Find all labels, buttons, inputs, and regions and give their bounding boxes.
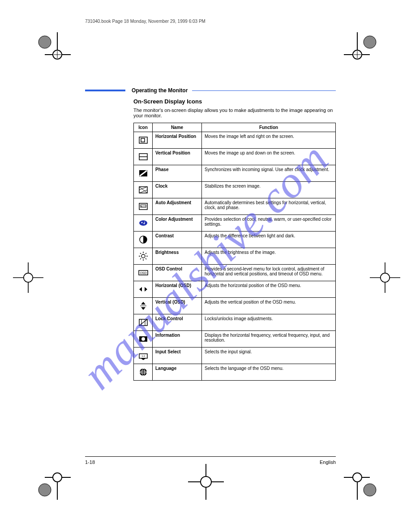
cell-name: Color Adjustment xyxy=(153,215,202,232)
header-accent xyxy=(85,90,125,91)
regmark-icon xyxy=(35,32,71,68)
color-icon xyxy=(138,218,149,228)
book-stamp: 731040.book Page 18 Monday, November 29,… xyxy=(85,19,206,24)
osd-icon-table: Icon Name Function Horizontal PositionMo… xyxy=(133,123,336,381)
cell-name: Vertical (OSD) xyxy=(153,298,202,314)
svg-point-21 xyxy=(53,473,62,482)
cell-icon xyxy=(134,265,153,281)
th-func: Function xyxy=(202,123,336,132)
cell-name: Brightness xyxy=(153,248,202,265)
page-content: Operating the Monitor On-Screen Display … xyxy=(85,87,336,381)
cell-desc: Adjusts the difference between light and… xyxy=(202,232,336,248)
cell-desc: Adjusts the vertical position of the OSD… xyxy=(202,298,336,314)
hosd-icon xyxy=(138,284,149,295)
cell-icon xyxy=(134,281,153,298)
cell-name: Contrast xyxy=(153,232,202,248)
header-rule xyxy=(192,90,336,91)
cell-icon xyxy=(134,132,153,149)
cell-desc: Selects the language of the OSD menu. xyxy=(202,364,336,381)
clock-icon xyxy=(138,184,149,195)
cell-icon xyxy=(134,215,153,232)
svg-point-6 xyxy=(364,36,376,48)
info-icon xyxy=(138,334,149,344)
bright-icon xyxy=(138,251,149,262)
table-header-row: Icon Name Function xyxy=(134,123,336,132)
cell-name: Vertical Position xyxy=(153,149,202,165)
section-title: On-Screen Display Icons xyxy=(133,98,336,105)
cell-icon xyxy=(134,348,153,364)
lock-icon xyxy=(138,317,149,328)
svg-point-28 xyxy=(353,473,362,482)
cell-icon xyxy=(134,165,153,182)
cell-desc: Provides a second-level menu for lock co… xyxy=(202,265,336,281)
cell-icon xyxy=(134,364,153,381)
table-row: InformationDisplays the horizontal frequ… xyxy=(134,331,336,348)
cell-icon xyxy=(134,149,153,165)
table-row: Color AdjustmentProvides selection of co… xyxy=(134,215,336,232)
cell-desc: Selects the input signal. xyxy=(202,348,336,364)
cell-icon xyxy=(134,298,153,314)
cell-icon xyxy=(134,198,153,215)
cell-name: Auto Adjustment xyxy=(153,198,202,215)
cell-name: OSD Control xyxy=(153,265,202,281)
table-row: Auto AdjustmentAutomatically determines … xyxy=(134,198,336,215)
osd-icon xyxy=(138,267,149,278)
section-intro: The monitor's on-screen display allows y… xyxy=(133,107,336,118)
cell-name: Input Select xyxy=(153,348,202,364)
table-row: Horizontal (OSD)Adjusts the horizontal p… xyxy=(134,281,336,298)
table-row: ClockStabilizes the screen image. xyxy=(134,182,336,198)
table-row: Input SelectSelects the input signal. xyxy=(134,348,336,364)
cell-desc: Moves the image up and down on the scree… xyxy=(202,149,336,165)
cell-desc: Provides selection of cool, neutral, war… xyxy=(202,215,336,232)
cell-name: Language xyxy=(153,364,202,381)
cell-desc: Automatically determines best settings f… xyxy=(202,198,336,215)
cell-name: Lock Control xyxy=(153,314,202,331)
cell-icon xyxy=(134,248,153,265)
page-number: 1-18 xyxy=(85,459,95,465)
cell-name: Horizontal Position xyxy=(153,132,202,149)
table-row: PhaseSynchronizes with incoming signal. … xyxy=(134,165,336,182)
table-row: ContrastAdjusts the difference between l… xyxy=(134,232,336,248)
contrast-icon xyxy=(138,234,149,245)
regmark-icon xyxy=(188,464,224,500)
svg-point-24 xyxy=(201,476,211,487)
table-row: Horizontal PositionMoves the image left … xyxy=(134,132,336,149)
svg-point-25 xyxy=(364,484,376,496)
hpos-icon xyxy=(138,135,149,146)
regmark-icon xyxy=(35,464,71,500)
th-name: Name xyxy=(153,123,202,132)
table-row: Vertical PositionMoves the image up and … xyxy=(134,149,336,165)
cell-name: Clock xyxy=(153,182,202,198)
phase-icon xyxy=(138,168,149,179)
input-icon xyxy=(138,350,149,361)
cell-icon xyxy=(134,314,153,331)
cell-name: Phase xyxy=(153,165,202,182)
cell-icon xyxy=(134,232,153,248)
cell-desc: Displays the horizontal frequency, verti… xyxy=(202,331,336,348)
cell-desc: Adjusts the brightness of the image. xyxy=(202,248,336,265)
regmark-icon xyxy=(370,262,400,293)
footer-language: English xyxy=(320,459,336,465)
section-header-rule: Operating the Monitor xyxy=(85,87,336,94)
cell-desc: Stabilizes the screen image. xyxy=(202,182,336,198)
header-title: Operating the Monitor xyxy=(132,87,188,94)
regmark-icon xyxy=(344,32,380,68)
lang-icon xyxy=(138,367,149,378)
table-row: Lock ControlLocks/unlocks image adjustme… xyxy=(134,314,336,331)
table-row: OSD ControlProvides a second-level menu … xyxy=(134,265,336,281)
table-row: Vertical (OSD)Adjusts the vertical posit… xyxy=(134,298,336,314)
auto-icon xyxy=(138,201,149,212)
table-row: LanguageSelects the language of the OSD … xyxy=(134,364,336,381)
svg-point-0 xyxy=(39,36,51,48)
cell-desc: Synchronizes with incoming signal. Use a… xyxy=(202,165,336,182)
cell-name: Horizontal (OSD) xyxy=(153,281,202,298)
cell-desc: Moves the image left and right on the sc… xyxy=(202,132,336,149)
svg-point-14 xyxy=(24,273,33,282)
cell-icon xyxy=(134,182,153,198)
cell-desc: Locks/unlocks image adjustments. xyxy=(202,314,336,331)
th-icon: Icon xyxy=(134,123,153,132)
cell-desc: Adjusts the horizontal position of the O… xyxy=(202,281,336,298)
svg-point-17 xyxy=(381,273,390,282)
regmark-icon xyxy=(13,262,43,293)
vpos-icon xyxy=(138,151,149,162)
